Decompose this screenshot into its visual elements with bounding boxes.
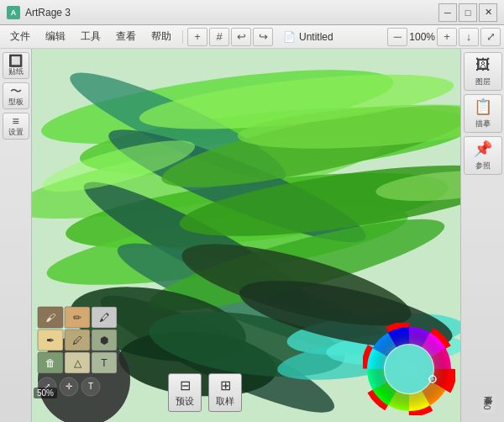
app-icon: A: [7, 6, 20, 19]
menu-file[interactable]: 文件: [3, 27, 37, 46]
reference-label: 参照: [475, 161, 491, 171]
layers-label: 图层: [475, 77, 491, 87]
brush-size-label: 50%: [34, 388, 57, 398]
template-label: 型板: [8, 98, 24, 107]
fullscreen-button[interactable]: ⤢: [480, 28, 501, 46]
trace-button[interactable]: 📋 描摹: [464, 94, 502, 133]
svg-text:🖍: 🖍: [99, 312, 109, 324]
template-icon: 〜: [10, 85, 22, 98]
svg-point-56: [431, 377, 434, 381]
undo-button[interactable]: ↩: [231, 28, 251, 46]
layers-icon: 🖼: [475, 55, 491, 75]
maximize-button[interactable]: □: [459, 3, 477, 22]
settings-tool[interactable]: ≡ 设置: [3, 113, 29, 140]
trace-icon: 📋: [474, 98, 492, 117]
zoom-control: ─ 100% + ↓ ⤢: [387, 28, 501, 46]
zoom-out-button[interactable]: ─: [387, 28, 407, 46]
menubar: 文件 编辑 工具 查看 帮助 + # ↩ ↪ 📄 Untitled ─ 100%…: [0, 25, 504, 49]
preview-label: 预设: [176, 395, 194, 408]
doc-icon: 📄: [283, 31, 296, 43]
color-wheel[interactable]: [363, 323, 455, 415]
settings-icon: ≡: [12, 115, 18, 128]
sample-icon: ⊞: [220, 377, 231, 393]
grid-button[interactable]: #: [209, 28, 229, 46]
settings-label: 设置: [8, 129, 24, 137]
menu-tools[interactable]: 工具: [74, 27, 108, 46]
svg-text:⬢: ⬢: [100, 335, 108, 346]
menu-separator: [182, 30, 183, 44]
left-toolbar: 🔲 贴纸 〜 型板 ≡ 设置: [0, 49, 32, 422]
titlebar-left: A ArtRage 3: [7, 6, 71, 19]
doc-title-text: Untitled: [299, 31, 333, 43]
sticker-label: 贴纸: [8, 68, 24, 76]
tool-pod-svg: 🖌 ✏ 🖍 ✒ 🖊 ⬢ 🗑 △ T ⤢ ✛ T: [32, 292, 162, 422]
svg-text:T: T: [101, 357, 108, 369]
right-toolbar: 🖼 图层 📋 描摹 📌 参照: [460, 49, 504, 422]
opacity-label: 全景性 0%: [480, 396, 496, 414]
svg-text:T: T: [88, 382, 93, 391]
layers-button[interactable]: 🖼 图层: [464, 52, 502, 91]
trace-label: 描摹: [475, 119, 491, 129]
titlebar-controls: ─ □ ✕: [438, 3, 497, 22]
minimize-button[interactable]: ─: [438, 3, 457, 22]
tool-pod[interactable]: 🖌 ✏ 🖍 ✒ 🖊 ⬢ 🗑 △ T ⤢ ✛ T: [32, 292, 162, 422]
preview-button[interactable]: ⊟ 预设: [168, 373, 202, 412]
svg-text:✛: ✛: [66, 382, 72, 391]
template-tool[interactable]: 〜 型板: [3, 82, 29, 109]
sticker-tool[interactable]: 🔲 贴纸: [3, 52, 29, 79]
svg-text:🖌: 🖌: [45, 312, 55, 324]
bottom-buttons: ⊟ 预设 ⊞ 取样: [168, 373, 242, 412]
reference-button[interactable]: 📌 参照: [464, 136, 502, 175]
svg-text:✒: ✒: [46, 335, 55, 346]
menu-view[interactable]: 查看: [109, 27, 143, 46]
doc-title: 📄 Untitled: [275, 29, 342, 45]
sticker-icon: 🔲: [8, 55, 23, 67]
svg-text:△: △: [74, 357, 82, 369]
reference-icon: 📌: [474, 140, 492, 159]
menu-help[interactable]: 帮助: [144, 27, 178, 46]
svg-text:🗑: 🗑: [45, 357, 55, 369]
svg-point-54: [385, 345, 433, 393]
sample-button[interactable]: ⊞ 取样: [208, 373, 242, 412]
main-area: 🔲 贴纸 〜 型板 ≡ 设置 🖼 图层 📋 描摹 📌 参照: [0, 49, 504, 422]
zoom-level: 100%: [409, 31, 435, 43]
svg-text:✏: ✏: [73, 312, 81, 324]
titlebar: A ArtRage 3 ─ □ ✕: [0, 0, 504, 25]
menu-edit[interactable]: 编辑: [39, 27, 72, 46]
move-tool-button[interactable]: +: [187, 28, 207, 46]
titlebar-title: ArtRage 3: [25, 7, 71, 18]
svg-text:🖊: 🖊: [72, 335, 82, 346]
redo-button[interactable]: ↪: [253, 28, 273, 46]
close-button[interactable]: ✕: [479, 3, 497, 22]
sample-label: 取样: [216, 395, 234, 408]
fit-button[interactable]: ↓: [459, 28, 479, 46]
color-wheel-svg: [363, 323, 455, 415]
zoom-in-button[interactable]: +: [437, 28, 457, 46]
preview-icon: ⊟: [180, 377, 191, 393]
